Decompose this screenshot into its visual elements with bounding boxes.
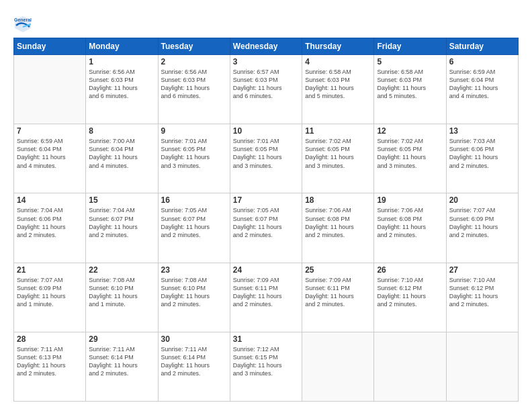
day-number: 3 xyxy=(233,57,299,66)
day-info: Sunrise: 7:09 AM Sunset: 6:11 PM Dayligh… xyxy=(233,276,299,309)
day-info: Sunrise: 7:08 AM Sunset: 6:10 PM Dayligh… xyxy=(89,276,154,309)
day-info: Sunrise: 6:59 AM Sunset: 6:04 PM Dayligh… xyxy=(449,68,515,101)
calendar-cell: 14Sunrise: 7:04 AM Sunset: 6:06 PM Dayli… xyxy=(14,193,86,263)
day-info: Sunrise: 7:00 AM Sunset: 6:04 PM Dayligh… xyxy=(89,137,154,170)
day-number: 22 xyxy=(89,265,154,275)
calendar-cell: 19Sunrise: 7:06 AM Sunset: 6:08 PM Dayli… xyxy=(374,193,446,263)
calendar-cell: 4Sunrise: 6:58 AM Sunset: 6:03 PM Daylig… xyxy=(302,55,374,124)
day-number: 28 xyxy=(17,334,83,344)
day-number: 15 xyxy=(89,195,154,205)
weekday-header-wednesday: Wednesday xyxy=(230,38,302,55)
calendar-cell: 21Sunrise: 7:07 AM Sunset: 6:09 PM Dayli… xyxy=(14,263,86,332)
calendar-cell: 31Sunrise: 7:12 AM Sunset: 6:15 PM Dayli… xyxy=(230,332,302,401)
day-number: 14 xyxy=(17,195,83,205)
day-number: 7 xyxy=(17,126,83,136)
day-number: 23 xyxy=(161,265,227,275)
day-number: 18 xyxy=(305,195,371,205)
calendar-cell: 30Sunrise: 7:11 AM Sunset: 6:14 PM Dayli… xyxy=(158,332,230,401)
day-info: Sunrise: 7:12 AM Sunset: 6:15 PM Dayligh… xyxy=(233,345,299,378)
day-info: Sunrise: 7:01 AM Sunset: 6:05 PM Dayligh… xyxy=(161,137,227,170)
day-number: 27 xyxy=(449,265,515,275)
calendar-cell xyxy=(446,332,518,401)
day-number: 6 xyxy=(449,57,515,66)
day-number: 5 xyxy=(377,57,443,66)
calendar-cell: 22Sunrise: 7:08 AM Sunset: 6:10 PM Dayli… xyxy=(86,263,158,332)
calendar-cell: 26Sunrise: 7:10 AM Sunset: 6:12 PM Dayli… xyxy=(374,263,446,332)
header: General xyxy=(13,12,519,34)
calendar-cell: 13Sunrise: 7:03 AM Sunset: 6:06 PM Dayli… xyxy=(446,124,518,193)
day-info: Sunrise: 7:11 AM Sunset: 6:14 PM Dayligh… xyxy=(89,345,154,378)
day-number: 12 xyxy=(377,126,443,136)
day-number: 10 xyxy=(233,126,299,136)
day-info: Sunrise: 6:57 AM Sunset: 6:03 PM Dayligh… xyxy=(233,68,299,101)
day-info: Sunrise: 7:07 AM Sunset: 6:09 PM Dayligh… xyxy=(449,206,515,239)
day-number: 30 xyxy=(161,334,227,344)
calendar-cell: 17Sunrise: 7:05 AM Sunset: 6:07 PM Dayli… xyxy=(230,193,302,263)
calendar-cell: 2Sunrise: 6:56 AM Sunset: 6:03 PM Daylig… xyxy=(158,55,230,124)
day-number: 25 xyxy=(305,265,371,275)
day-info: Sunrise: 7:11 AM Sunset: 6:13 PM Dayligh… xyxy=(17,345,83,378)
calendar-cell: 28Sunrise: 7:11 AM Sunset: 6:13 PM Dayli… xyxy=(14,332,86,401)
day-number: 16 xyxy=(161,195,227,205)
day-number: 2 xyxy=(161,57,227,66)
day-info: Sunrise: 7:02 AM Sunset: 6:05 PM Dayligh… xyxy=(377,137,443,170)
calendar-cell: 7Sunrise: 6:59 AM Sunset: 6:04 PM Daylig… xyxy=(14,124,86,193)
day-number: 31 xyxy=(233,334,299,344)
day-info: Sunrise: 6:56 AM Sunset: 6:03 PM Dayligh… xyxy=(89,68,154,101)
weekday-header-friday: Friday xyxy=(374,38,446,55)
day-number: 21 xyxy=(17,265,83,275)
calendar-cell: 25Sunrise: 7:09 AM Sunset: 6:11 PM Dayli… xyxy=(302,263,374,332)
calendar-cell: 3Sunrise: 6:57 AM Sunset: 6:03 PM Daylig… xyxy=(230,55,302,124)
day-info: Sunrise: 6:56 AM Sunset: 6:03 PM Dayligh… xyxy=(161,68,227,101)
calendar-cell: 27Sunrise: 7:10 AM Sunset: 6:12 PM Dayli… xyxy=(446,263,518,332)
calendar-week-4: 21Sunrise: 7:07 AM Sunset: 6:09 PM Dayli… xyxy=(14,263,519,332)
calendar-cell: 29Sunrise: 7:11 AM Sunset: 6:14 PM Dayli… xyxy=(86,332,158,401)
calendar-table: SundayMondayTuesdayWednesdayThursdayFrid… xyxy=(13,38,519,402)
calendar-cell: 9Sunrise: 7:01 AM Sunset: 6:05 PM Daylig… xyxy=(158,124,230,193)
day-info: Sunrise: 7:05 AM Sunset: 6:07 PM Dayligh… xyxy=(233,206,299,239)
day-info: Sunrise: 6:58 AM Sunset: 6:03 PM Dayligh… xyxy=(305,68,371,101)
calendar-week-2: 7Sunrise: 6:59 AM Sunset: 6:04 PM Daylig… xyxy=(14,124,519,193)
day-number: 11 xyxy=(305,126,371,136)
weekday-header-tuesday: Tuesday xyxy=(158,38,230,55)
calendar-cell: 18Sunrise: 7:06 AM Sunset: 6:08 PM Dayli… xyxy=(302,193,374,263)
day-number: 17 xyxy=(233,195,299,205)
day-info: Sunrise: 6:58 AM Sunset: 6:03 PM Dayligh… xyxy=(377,68,443,101)
day-number: 24 xyxy=(233,265,299,275)
day-number: 13 xyxy=(449,126,515,136)
weekday-header-row: SundayMondayTuesdayWednesdayThursdayFrid… xyxy=(14,38,519,55)
calendar-cell: 8Sunrise: 7:00 AM Sunset: 6:04 PM Daylig… xyxy=(86,124,158,193)
day-info: Sunrise: 7:08 AM Sunset: 6:10 PM Dayligh… xyxy=(161,276,227,309)
calendar-cell: 5Sunrise: 6:58 AM Sunset: 6:03 PM Daylig… xyxy=(374,55,446,124)
weekday-header-saturday: Saturday xyxy=(446,38,518,55)
calendar-cell: 20Sunrise: 7:07 AM Sunset: 6:09 PM Dayli… xyxy=(446,193,518,263)
calendar-cell: 24Sunrise: 7:09 AM Sunset: 6:11 PM Dayli… xyxy=(230,263,302,332)
calendar-week-3: 14Sunrise: 7:04 AM Sunset: 6:06 PM Dayli… xyxy=(14,193,519,263)
day-info: Sunrise: 7:10 AM Sunset: 6:12 PM Dayligh… xyxy=(449,276,515,309)
day-number: 1 xyxy=(89,57,154,66)
day-info: Sunrise: 7:01 AM Sunset: 6:05 PM Dayligh… xyxy=(233,137,299,170)
day-info: Sunrise: 7:09 AM Sunset: 6:11 PM Dayligh… xyxy=(305,276,371,309)
calendar-week-5: 28Sunrise: 7:11 AM Sunset: 6:13 PM Dayli… xyxy=(14,332,519,401)
calendar-cell: 12Sunrise: 7:02 AM Sunset: 6:05 PM Dayli… xyxy=(374,124,446,193)
day-number: 20 xyxy=(449,195,515,205)
calendar-cell: 1Sunrise: 6:56 AM Sunset: 6:03 PM Daylig… xyxy=(86,55,158,124)
weekday-header-thursday: Thursday xyxy=(302,38,374,55)
calendar-cell: 10Sunrise: 7:01 AM Sunset: 6:05 PM Dayli… xyxy=(230,124,302,193)
day-number: 4 xyxy=(305,57,371,66)
logo-icon: General xyxy=(13,15,32,34)
calendar-week-1: 1Sunrise: 6:56 AM Sunset: 6:03 PM Daylig… xyxy=(14,55,519,124)
day-info: Sunrise: 7:10 AM Sunset: 6:12 PM Dayligh… xyxy=(377,276,443,309)
day-number: 9 xyxy=(161,126,227,136)
day-number: 19 xyxy=(377,195,443,205)
logo: General xyxy=(13,15,35,34)
calendar-cell: 11Sunrise: 7:02 AM Sunset: 6:05 PM Dayli… xyxy=(302,124,374,193)
calendar-cell xyxy=(14,55,86,124)
day-info: Sunrise: 7:06 AM Sunset: 6:08 PM Dayligh… xyxy=(305,206,371,239)
calendar-cell xyxy=(302,332,374,401)
day-info: Sunrise: 7:04 AM Sunset: 6:07 PM Dayligh… xyxy=(89,206,154,239)
day-number: 26 xyxy=(377,265,443,275)
day-info: Sunrise: 7:06 AM Sunset: 6:08 PM Dayligh… xyxy=(377,206,443,239)
calendar-cell: 23Sunrise: 7:08 AM Sunset: 6:10 PM Dayli… xyxy=(158,263,230,332)
day-info: Sunrise: 7:05 AM Sunset: 6:07 PM Dayligh… xyxy=(161,206,227,239)
